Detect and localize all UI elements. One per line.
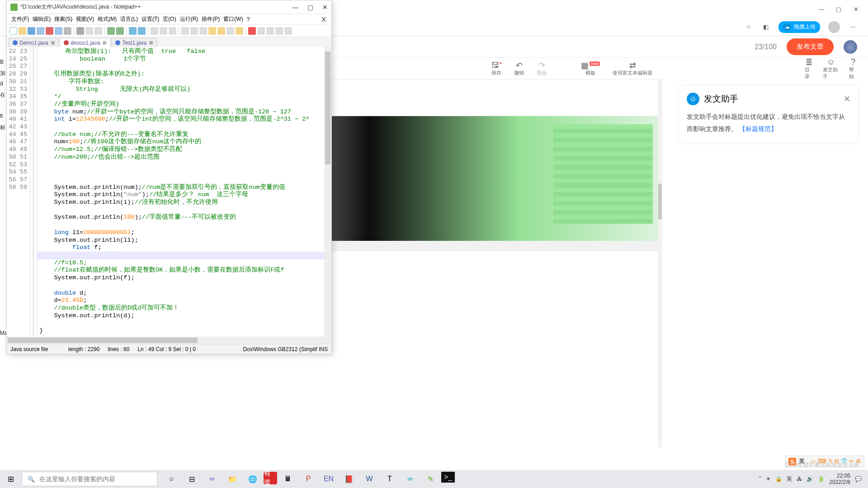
taskbar-clock[interactable]: 22:052022/2/8 — [829, 473, 850, 486]
profile-avatar[interactable] — [828, 21, 840, 33]
npp-menu-item[interactable]: 运行(R) — [179, 14, 199, 24]
npp-menu-item[interactable]: 文件(F) — [10, 14, 30, 24]
visual-studio-icon[interactable]: ∞ — [203, 472, 222, 486]
browser-close[interactable]: ✕ — [852, 6, 860, 13]
save-macro-icon[interactable] — [284, 27, 292, 35]
save-all-icon[interactable] — [37, 27, 44, 35]
browser-maximize[interactable]: ▢ — [835, 6, 843, 13]
npp-titlebar[interactable]: *D:\code文件\JAVAcode\deooo1.java - Notepa… — [7, 0, 331, 14]
find-icon[interactable] — [129, 27, 137, 35]
show-all-icon[interactable] — [190, 27, 198, 35]
text-app-icon[interactable]: T — [380, 472, 399, 486]
npp-menu-item[interactable]: 设置(T) — [141, 14, 160, 24]
npp-menu-item[interactable]: 语言(L) — [119, 14, 139, 24]
npp-horizontal-scrollbar[interactable] — [7, 337, 331, 344]
close-tab-icon[interactable]: ⊠ — [103, 40, 106, 45]
open-file-icon[interactable] — [19, 27, 26, 35]
cut-icon[interactable] — [76, 27, 84, 35]
publish-button[interactable]: 发布文章 — [787, 38, 834, 55]
npp-secondary-close[interactable]: X — [321, 14, 327, 24]
npp-tab[interactable]: Demo1.java⊠ — [9, 38, 59, 47]
tray-ime-icon[interactable]: 英 — [787, 475, 792, 483]
ud-lang-icon[interactable] — [208, 27, 216, 35]
close-tab-icon[interactable]: ⊠ — [149, 40, 153, 45]
zoom-out-icon[interactable] — [160, 27, 167, 35]
terminal-icon[interactable]: >_ — [441, 472, 455, 483]
save-tool[interactable]: 🖫●保存 — [491, 61, 502, 76]
tray-volume-icon[interactable]: 🔊 — [807, 476, 813, 482]
youdao-icon[interactable]: 有道 — [264, 472, 277, 484]
undo-tool[interactable]: ↶撤销 — [514, 61, 524, 76]
template-tool[interactable]: ▦new模版 — [581, 61, 600, 76]
close-all-icon[interactable] — [55, 27, 62, 35]
new-file-icon[interactable] — [9, 27, 17, 35]
indent-guide-icon[interactable] — [199, 27, 207, 35]
npp-menu-item[interactable]: 窗口(W) — [222, 14, 244, 24]
npp-minimize[interactable]: — — [292, 4, 298, 11]
assistant-tool[interactable]: ☺发文助手 — [823, 57, 839, 80]
pdf-icon[interactable]: 📕 — [340, 472, 359, 486]
print-icon[interactable] — [64, 27, 71, 35]
user-avatar[interactable] — [844, 40, 857, 54]
zoom-in-icon[interactable] — [151, 27, 158, 35]
npp-menu-item[interactable]: 格式(M) — [97, 14, 118, 24]
assistant-close-icon[interactable]: ✕ — [844, 94, 850, 104]
word-icon[interactable]: W — [360, 472, 379, 486]
npp-taskbar-icon[interactable]: ✎ — [421, 472, 440, 486]
npp-tab[interactable]: Test1.java⊠ — [111, 38, 157, 47]
npp-code-area[interactable]: 22 23 24 25 26 27 28 29 30 31 32 33 34 3… — [7, 47, 331, 337]
favorite-icon[interactable]: ☆ — [744, 23, 753, 32]
content-scrollbar[interactable] — [658, 80, 662, 447]
taskbar-search[interactable]: 🔍 — [22, 472, 157, 486]
tray-weather-icon[interactable]: ☀ — [766, 476, 771, 482]
npp-vertical-scrollbar[interactable] — [324, 47, 331, 337]
npp-menu-item[interactable]: 搜索(S) — [53, 14, 73, 24]
replace-icon[interactable] — [138, 27, 146, 35]
func-list-icon[interactable] — [226, 27, 234, 35]
play-macro-icon[interactable] — [266, 27, 274, 35]
edge-icon[interactable]: 🌐 — [243, 472, 262, 486]
toc-tool[interactable]: ≣目录 — [805, 57, 813, 80]
redo-icon[interactable] — [116, 27, 124, 35]
stop-macro-icon[interactable] — [257, 27, 265, 35]
file-explorer-icon[interactable]: 📁 — [223, 472, 242, 486]
save-icon[interactable] — [28, 27, 35, 35]
npp-maximize[interactable]: ▢ — [307, 4, 313, 11]
assistant-guideline-link[interactable]: 【标题规范】 — [739, 125, 777, 132]
cortana-icon[interactable]: ○ — [162, 472, 181, 486]
doc-map-icon[interactable] — [217, 27, 225, 35]
npp-menu-item[interactable]: 插件(P) — [201, 14, 221, 24]
close-tab-icon[interactable]: ⊠ — [51, 40, 55, 45]
record-macro-icon[interactable] — [248, 27, 256, 35]
npp-menu-item[interactable]: 编辑(E) — [32, 14, 52, 24]
tray-network-icon[interactable]: 🖧 — [797, 476, 802, 482]
close-file-icon[interactable] — [46, 27, 53, 35]
browser-menu-icon[interactable]: ⋯ — [848, 23, 857, 32]
upload-pill[interactable]: ☁ 拖拽上传 — [778, 21, 820, 33]
npp-menu-item[interactable]: 宏(O) — [162, 14, 177, 24]
tray-lock-icon[interactable]: 🔒 — [775, 476, 782, 482]
notifications-icon[interactable]: 💬 — [855, 476, 862, 482]
npp-menu-item[interactable]: 视图(V) — [75, 14, 95, 24]
folder-icon[interactable] — [236, 27, 243, 35]
calculator-icon[interactable]: 🖩 — [278, 472, 297, 486]
npp-menu-item[interactable]: ? — [246, 15, 251, 23]
copy-icon[interactable] — [85, 27, 93, 35]
paste-icon[interactable] — [94, 27, 102, 35]
fold-bar[interactable] — [30, 47, 38, 337]
onenote-icon[interactable]: EN — [319, 472, 338, 486]
tray-battery-icon[interactable]: 🔋 — [818, 476, 825, 482]
code-text[interactable]: 布尔型数据(1): 只有两个值 true false boolean 1个字节 … — [38, 47, 324, 337]
wrap-icon[interactable] — [181, 27, 189, 35]
npp-tab[interactable]: deooo1.java⊠ — [60, 38, 110, 47]
taskbar-search-input[interactable] — [39, 475, 151, 483]
help-tool[interactable]: ?帮助 — [849, 57, 857, 80]
extension-icon[interactable]: ◧ — [761, 23, 770, 32]
richtext-tool[interactable]: ⇄使用富文本编辑器 — [613, 61, 652, 76]
powerpoint-icon[interactable]: P — [299, 472, 318, 486]
tray-chevron-icon[interactable]: ˄ — [759, 476, 761, 482]
task-view-icon[interactable]: ⊟ — [182, 472, 201, 486]
undo-icon[interactable] — [107, 27, 115, 35]
sync-v-icon[interactable] — [169, 27, 176, 35]
browser-minimize[interactable]: — — [817, 6, 826, 13]
